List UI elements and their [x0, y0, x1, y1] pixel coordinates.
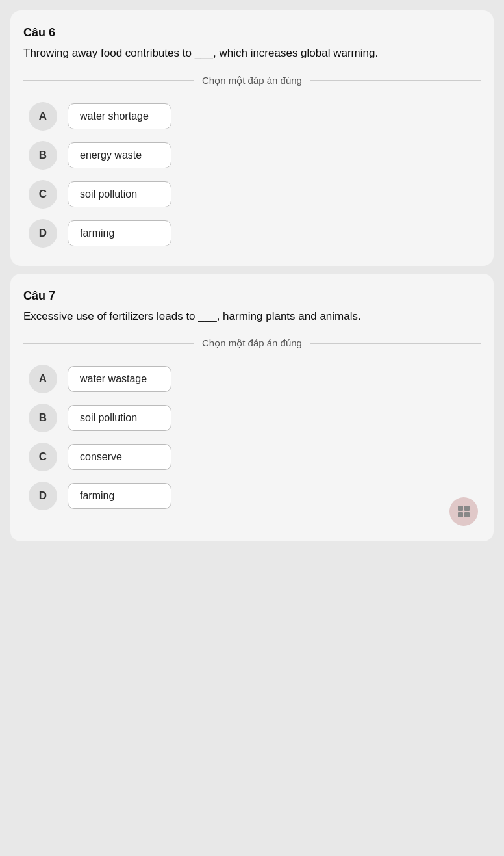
option-6-c-box: soil pollution [68, 181, 171, 207]
options-list-6: A water shortage B energy waste C soil p… [23, 102, 481, 248]
options-list-7: A water wastage B soil pollution C conse… [23, 365, 481, 510]
question-7-number: Câu 7 [23, 289, 481, 303]
option-7-b-circle: B [29, 404, 57, 432]
divider-line-left-7 [23, 343, 194, 344]
question-7-card: Câu 7 Excessive use of fertilizers leads… [10, 274, 494, 542]
option-7-d-box: farming [68, 483, 171, 509]
question-6-card: Câu 6 Throwing away food contributes to … [10, 10, 494, 266]
divider-line-right-7 [310, 343, 481, 344]
option-7-a-box: water wastage [68, 366, 171, 392]
option-7-c-box: conserve [68, 444, 171, 470]
grid-menu-button[interactable] [449, 497, 478, 526]
option-7-b-box: soil pollution [68, 405, 171, 431]
option-6-b-circle: B [29, 141, 57, 170]
question-6-text: Throwing away food contributes to ___, w… [23, 45, 481, 62]
grid-icon [458, 506, 470, 517]
instruction-7: Chọn một đáp án đúng [202, 337, 302, 349]
divider-line-left-6 [23, 80, 194, 81]
option-6-d-box: farming [68, 220, 171, 246]
option-6-d[interactable]: D farming [29, 219, 475, 248]
option-7-d[interactable]: D farming [29, 482, 475, 510]
option-7-c-circle: C [29, 443, 57, 471]
divider-7: Chọn một đáp án đúng [23, 337, 481, 349]
option-6-c-circle: C [29, 180, 57, 209]
option-7-a[interactable]: A water wastage [29, 365, 475, 393]
option-6-d-circle: D [29, 219, 57, 248]
option-7-d-circle: D [29, 482, 57, 510]
option-7-b[interactable]: B soil pollution [29, 404, 475, 432]
instruction-6: Chọn một đáp án đúng [202, 75, 302, 86]
option-7-c[interactable]: C conserve [29, 443, 475, 471]
option-6-b[interactable]: B energy waste [29, 141, 475, 170]
option-6-c[interactable]: C soil pollution [29, 180, 475, 209]
option-6-a-circle: A [29, 102, 57, 131]
question-6-number: Câu 6 [23, 26, 481, 40]
option-6-a-box: water shortage [68, 103, 171, 129]
question-7-text: Excessive use of fertilizers leads to __… [23, 308, 481, 325]
option-6-a[interactable]: A water shortage [29, 102, 475, 131]
option-7-a-circle: A [29, 365, 57, 393]
divider-line-right-6 [310, 80, 481, 81]
divider-6: Chọn một đáp án đúng [23, 75, 481, 86]
option-6-b-box: energy waste [68, 142, 171, 168]
